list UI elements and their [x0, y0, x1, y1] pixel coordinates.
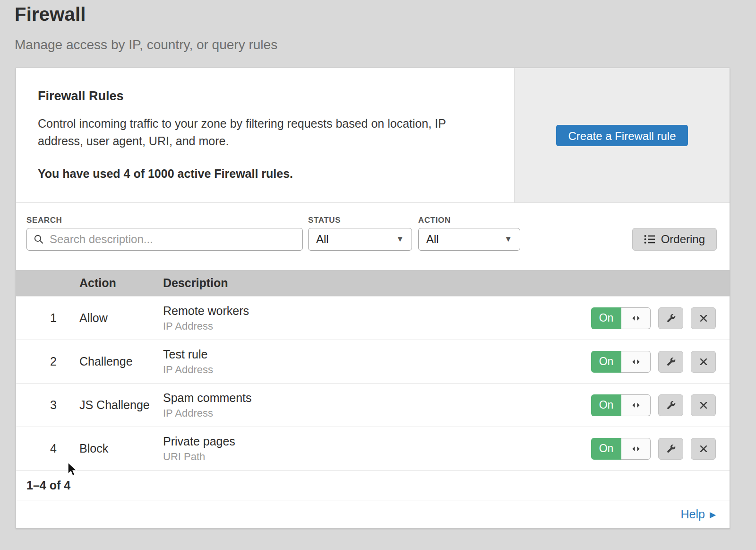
rule-description: Spam comments [163, 391, 583, 405]
rule-priority: 2 [16, 355, 79, 368]
rule-priority: 1 [16, 311, 79, 325]
edit-rule-button[interactable] [658, 438, 683, 460]
page-title: Firewall [15, 4, 86, 25]
rule-description: Test rule [163, 348, 583, 361]
action-label: ACTION [418, 216, 451, 225]
card-action-area: Create a Firewall rule [514, 68, 730, 202]
close-icon [699, 401, 708, 410]
action-select[interactable]: All ▼ [418, 228, 520, 251]
status-select-value: All [316, 233, 329, 246]
rule-description: Remote workers [163, 304, 583, 318]
ordering-button[interactable]: Ordering [632, 228, 717, 251]
firewall-panel: Firewall Rules Control incoming traffic … [16, 68, 730, 529]
rules-usage-text: You have used 4 of 1000 active Firewall … [38, 167, 486, 181]
page-subtitle: Manage access by IP, country, or query r… [15, 37, 277, 52]
help-link[interactable]: Help ▶ [681, 507, 716, 521]
pagination-row: 1–4 of 4 [16, 470, 730, 500]
ordering-button-label: Ordering [661, 233, 705, 246]
delete-rule-button[interactable] [691, 351, 716, 373]
toggle-on-label: On [591, 394, 621, 416]
delete-rule-button[interactable] [691, 438, 716, 460]
rule-match-type: URI Path [163, 451, 583, 463]
close-icon [699, 444, 708, 454]
rule-enabled-toggle[interactable]: On [591, 438, 651, 460]
wrench-icon [666, 313, 676, 323]
rule-action: Block [79, 442, 163, 455]
filter-bar: SEARCH STATUS All ▼ ACTION All ▼ Orderin… [16, 203, 730, 270]
rule-action: Allow [79, 311, 163, 325]
rule-match-type: IP Address [163, 407, 583, 419]
ordering-list-icon [644, 234, 655, 244]
rule-match-type: IP Address [163, 364, 583, 376]
wrench-icon [666, 444, 676, 454]
edit-rule-button[interactable] [658, 394, 683, 416]
edit-rule-button[interactable] [658, 307, 683, 329]
rule-enabled-toggle[interactable]: On [591, 351, 651, 373]
search-icon [34, 234, 44, 244]
help-row: Help ▶ [16, 500, 730, 528]
pagination-text: 1–4 of 4 [26, 479, 70, 492]
toggle-on-label: On [591, 307, 621, 329]
card-description: Control incoming traffic to your zone by… [38, 115, 486, 150]
table-row: 4 Block Private pages URI Path On [16, 427, 730, 470]
action-select-value: All [426, 233, 439, 246]
chevron-down-icon: ▼ [504, 235, 512, 244]
wrench-icon [666, 400, 676, 410]
table-row: 1 Allow Remote workers IP Address On [16, 296, 730, 340]
table-row: 2 Challenge Test rule IP Address On [16, 340, 730, 383]
toggle-arrows-icon[interactable] [621, 307, 651, 329]
status-label: STATUS [308, 216, 341, 225]
help-arrow-icon: ▶ [710, 510, 716, 520]
toggle-arrows-icon[interactable] [621, 351, 651, 373]
search-field[interactable] [26, 228, 303, 251]
help-link-label: Help [681, 507, 705, 521]
card-title: Firewall Rules [38, 89, 486, 104]
firewall-rules-card: Firewall Rules Control incoming traffic … [16, 68, 730, 203]
action-column-header: Action [79, 276, 163, 290]
search-label: SEARCH [26, 216, 62, 225]
close-icon [699, 357, 708, 367]
toggle-arrows-icon[interactable] [621, 438, 651, 460]
search-input[interactable] [49, 232, 296, 246]
rule-enabled-toggle[interactable]: On [591, 394, 651, 416]
wrench-icon [666, 357, 676, 367]
table-header: Action Description [16, 270, 730, 296]
toggle-on-label: On [591, 438, 621, 460]
rule-enabled-toggle[interactable]: On [591, 307, 651, 329]
rule-description: Private pages [163, 435, 583, 448]
close-icon [699, 314, 708, 323]
delete-rule-button[interactable] [691, 307, 716, 329]
rule-action: Challenge [79, 355, 163, 368]
create-firewall-rule-button[interactable]: Create a Firewall rule [556, 125, 687, 146]
rule-match-type: IP Address [163, 320, 583, 332]
status-select[interactable]: All ▼ [308, 228, 412, 251]
toggle-arrows-icon[interactable] [621, 394, 651, 416]
toggle-on-label: On [591, 351, 621, 373]
table-row: 3 JS Challenge Spam comments IP Address … [16, 383, 730, 427]
delete-rule-button[interactable] [691, 394, 716, 416]
rule-priority: 3 [16, 398, 79, 412]
rule-action: JS Challenge [79, 398, 163, 412]
edit-rule-button[interactable] [658, 351, 683, 373]
rule-priority: 4 [16, 442, 79, 455]
chevron-down-icon: ▼ [396, 235, 404, 244]
description-column-header: Description [163, 276, 583, 290]
